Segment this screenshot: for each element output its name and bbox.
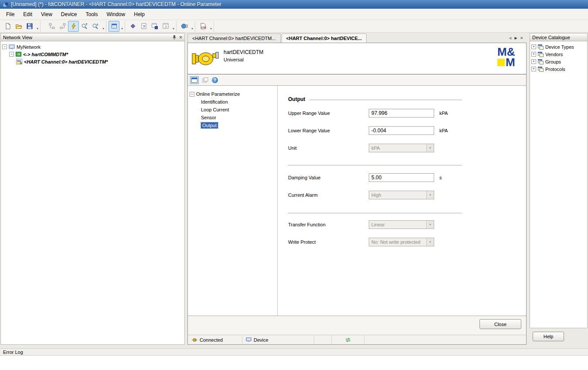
expand-icon[interactable]: +: [531, 52, 536, 57]
pages-view-icon[interactable]: [201, 76, 210, 84]
nav-item-identification[interactable]: Identification: [190, 98, 275, 106]
expand-icon[interactable]: +: [531, 59, 536, 64]
dtm-help-icon[interactable]: ?: [212, 77, 218, 83]
close-panel-icon[interactable]: ×: [179, 35, 182, 40]
catalogue-item-device-types[interactable]: + Device Types: [531, 43, 586, 50]
layout-view-icon[interactable]: [190, 76, 199, 84]
tab-close-icon[interactable]: ×: [520, 35, 523, 40]
device-name: hartDEVICEDTM: [224, 49, 263, 55]
nav-root[interactable]: − Online Parameterize: [190, 90, 275, 98]
report-icon[interactable]: [149, 21, 160, 32]
parameter-nav: − Online Parameterize Identification Loo…: [188, 86, 277, 316]
nav-item-loop-current[interactable]: Loop Current: [190, 106, 275, 114]
about-icon[interactable]: ?: [160, 21, 171, 32]
field-write-protect: Write Protect No: Not write protected ▼: [288, 237, 462, 247]
nav-item-output[interactable]: Output: [190, 121, 275, 129]
toolbar-dropdown-icon[interactable]: ▾: [101, 21, 106, 32]
field-unit-select: Unit kPA ▼: [288, 143, 462, 153]
status-device-label: Device: [254, 337, 269, 343]
plug-icon: [191, 337, 197, 343]
catalogue-item-groups[interactable]: + Groups: [531, 58, 586, 65]
damping-input[interactable]: [369, 173, 434, 182]
open-file-icon[interactable]: [13, 21, 24, 32]
network-upload-icon[interactable]: [46, 21, 57, 32]
tree-node-label: <-> hartCOMMDTM*: [23, 52, 68, 57]
collapse-icon[interactable]: −: [9, 52, 14, 57]
error-log-panel: Error Log: [0, 348, 588, 370]
catalogue-folder-icon: [538, 44, 544, 50]
tree-node-devicedtm[interactable]: M&M <HART Channel:0> hartDEVICEDTM*: [2, 58, 183, 65]
app-icon: [3, 2, 8, 7]
tab-scroll-left-icon[interactable]: ◀: [509, 36, 511, 40]
field-unit: kPA: [439, 111, 448, 116]
nav-item-label: Loop Current: [201, 107, 229, 112]
tab-device-dtm-1[interactable]: <HART Channel:0> hartDEVICEDTM...: [187, 34, 281, 43]
network-download-icon[interactable]: [57, 21, 68, 32]
field-label: Lower Range Value: [288, 128, 369, 133]
form-separator: [288, 165, 462, 165]
save-icon[interactable]: [24, 21, 35, 32]
vendor-logo-line2: M: [506, 57, 515, 67]
network-view-panel: Network View × − MyNetwork −: [0, 33, 185, 345]
expand-icon[interactable]: +: [531, 44, 536, 49]
field-label: Damping Value: [288, 175, 369, 180]
toolbar-dropdown-icon[interactable]: ▾: [190, 21, 195, 32]
svg-text:?: ?: [165, 25, 167, 29]
connect-plug-icon[interactable]: [68, 21, 79, 32]
upper-range-input[interactable]: [369, 109, 434, 118]
menu-view[interactable]: View: [37, 10, 57, 19]
status-filler: [364, 335, 526, 344]
load-from-device-icon[interactable]: [79, 21, 90, 32]
catalogue-item-label: Protocols: [545, 67, 565, 72]
menu-edit[interactable]: Edit: [19, 10, 37, 19]
device-type: Universal: [224, 57, 263, 62]
toolbar: ▾ ▾ ▾ ? ? ▾: [0, 20, 588, 33]
diamond-icon[interactable]: [127, 21, 138, 32]
unit-dropdown[interactable]: kPA ▼: [369, 144, 434, 152]
dropdown-value: No: Not write protected: [369, 239, 426, 245]
collapse-icon[interactable]: −: [190, 92, 194, 97]
lower-range-input[interactable]: [369, 126, 434, 135]
dtm-window: hartDEVICEDTM Universal M& M: [187, 43, 527, 345]
menu-device[interactable]: Device: [57, 10, 82, 19]
svg-text:HTML: HTML: [201, 27, 206, 29]
status-data-exchange: [332, 335, 364, 344]
catalogue-tree: + Device Types + Vendors +: [530, 41, 587, 74]
write-protect-dropdown[interactable]: No: Not write protected ▼: [369, 238, 434, 246]
new-file-icon[interactable]: [2, 21, 13, 32]
pin-icon[interactable]: [172, 35, 177, 40]
help-icon[interactable]: ?: [138, 21, 149, 32]
toolbar-dropdown-icon[interactable]: ▾: [35, 21, 41, 32]
toolbar-dropdown-icon[interactable]: ▾: [119, 21, 125, 32]
catalogue-item-vendors[interactable]: + Vendors: [531, 50, 586, 58]
close-button[interactable]: Close: [479, 319, 521, 329]
device-catalog-icon[interactable]: [109, 21, 119, 32]
device-dtm-icon: M&M: [16, 59, 22, 64]
menu-window[interactable]: Window: [102, 10, 130, 19]
current-alarm-dropdown[interactable]: High ▼: [369, 191, 434, 199]
transfer-function-dropdown[interactable]: Linear ▼: [369, 220, 434, 229]
svg-text:?: ?: [143, 24, 145, 29]
html-export-icon[interactable]: HTML: [197, 21, 208, 32]
pump-device-icon: [191, 48, 219, 68]
help-button[interactable]: Help: [533, 332, 564, 341]
collapse-icon[interactable]: −: [2, 44, 7, 49]
toolbar-dropdown-icon[interactable]: ▾: [208, 21, 214, 32]
catalogue-item-protocols[interactable]: + Protocols: [531, 65, 586, 73]
toolbar-dropdown-icon[interactable]: ▾: [171, 21, 177, 32]
tab-device-dtm-2[interactable]: <HART Channel:0> hartDEVICE...: [282, 34, 367, 43]
menu-tools[interactable]: Tools: [82, 10, 102, 19]
menu-bar: File Edit View Device Tools Window Help: [0, 9, 588, 20]
tab-scroll-right-icon[interactable]: ▶: [514, 36, 517, 40]
expand-icon[interactable]: +: [531, 67, 536, 71]
menu-help[interactable]: Help: [129, 10, 149, 19]
application-window: [Unnamed] (*) - fdtCONTAINER - <HART Cha…: [0, 0, 588, 370]
menu-file[interactable]: File: [2, 10, 19, 19]
nav-root-label: Online Parameterize: [196, 91, 240, 97]
tree-node-mynetwork[interactable]: − MyNetwork: [2, 43, 183, 50]
field-current-alarm: Current Alarm High ▼: [288, 190, 462, 200]
store-to-device-icon[interactable]: [90, 21, 101, 32]
tree-node-commdtm[interactable]: − <-> hartCOMMDTM*: [2, 50, 183, 58]
connection-orb-icon[interactable]: [179, 21, 190, 32]
nav-item-sensor[interactable]: Sensor: [190, 114, 275, 121]
